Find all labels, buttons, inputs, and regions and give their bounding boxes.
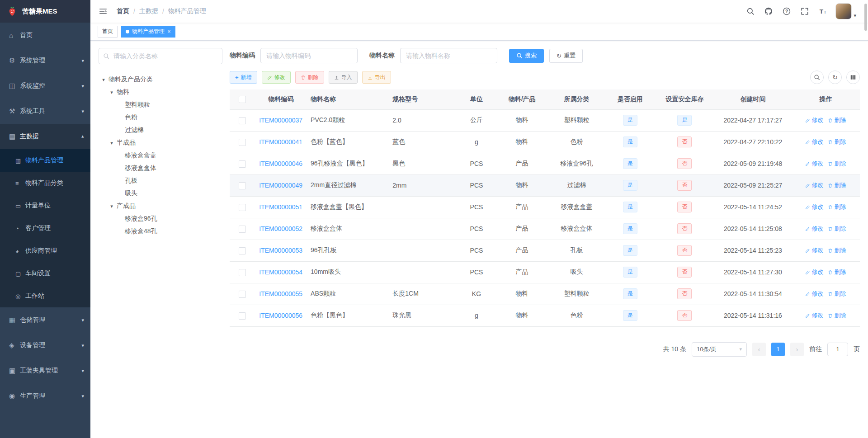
row-edit-link[interactable]: 修改 [805,225,823,233]
app-logo[interactable]: 苦糖果MES [0,0,90,23]
sidebar-subitem-4-4[interactable]: ◕供应商管理 [0,240,90,262]
row-delete-link[interactable]: 删除 [828,138,846,146]
github-icon[interactable] [763,6,774,17]
row-edit-link[interactable]: 修改 [805,203,823,211]
sidebar-subitem-4-2[interactable]: ▭计量单位 [0,194,90,217]
fullscreen-icon[interactable] [799,6,810,17]
row-delete-link[interactable]: 删除 [828,311,846,320]
tree-node[interactable]: ▾产成品 [99,200,222,212]
tree-node[interactable]: 色粉 [99,111,222,124]
row-checkbox[interactable] [239,182,246,189]
tree-node[interactable]: 孔板 [99,174,222,187]
tree-node[interactable]: 移液盒48孔 [99,225,222,238]
page-number-button[interactable]: 1 [771,343,785,356]
tab-home[interactable]: 首页 [98,26,118,38]
toggle-search-button[interactable] [810,71,824,84]
sidebar-item-5[interactable]: ▦仓储管理▾ [0,307,90,333]
row-delete-link[interactable]: 删除 [828,290,846,298]
edit-button[interactable]: 修改 [262,71,291,84]
sidebar-subitem-4-1[interactable]: ≡物料产品分类 [0,172,90,194]
breadcrumb-home[interactable]: 首页 [117,7,129,15]
refresh-table-button[interactable]: ↻ [828,71,842,84]
row-delete-link[interactable]: 删除 [828,181,846,189]
row-edit-link[interactable]: 修改 [805,311,823,320]
tab-material-product[interactable]: 物料产品管理 × [121,26,175,38]
user-menu[interactable]: ▾ [835,3,856,19]
sidebar-item-3[interactable]: ⚒系统工具▾ [0,99,90,124]
sidebar-subitem-4-0[interactable]: ▥物料产品管理 [0,149,90,172]
row-checkbox[interactable] [239,139,246,146]
hamburger-icon[interactable] [98,6,108,17]
tree-node[interactable]: ▾物料 [99,86,222,99]
close-tab-icon[interactable]: × [167,28,171,34]
column-settings-button[interactable] [846,71,860,84]
row-checkbox[interactable] [239,291,246,298]
page-size-select[interactable]: 10条/页 ▾ [692,342,747,357]
sidebar-item-6[interactable]: ◈设备管理▾ [0,333,90,358]
row-edit-link[interactable]: 修改 [805,181,823,189]
row-delete-link[interactable]: 删除 [828,160,846,168]
sidebar-item-4[interactable]: ▤主数据▾ [0,124,90,149]
row-delete-link[interactable]: 删除 [828,225,846,233]
tree-node[interactable]: 塑料颗粒 [99,99,222,111]
tree-node[interactable]: 移液盒盒体 [99,162,222,174]
row-checkbox[interactable] [239,269,246,276]
row-delete-link[interactable]: 删除 [828,268,846,276]
item-code-link[interactable]: ITEM00000046 [259,160,302,167]
user-avatar[interactable] [835,3,852,19]
tree-node[interactable]: ▾半成品 [99,137,222,149]
row-edit-link[interactable]: 修改 [805,290,823,298]
font-size-icon[interactable]: TT [817,6,828,17]
item-code-link[interactable]: ITEM00000053 [259,247,302,254]
name-filter-input[interactable] [400,48,497,63]
row-edit-link[interactable]: 修改 [805,116,823,124]
row-edit-link[interactable]: 修改 [805,160,823,168]
sidebar-item-8[interactable]: ◉生产管理▾ [0,383,90,409]
goto-page-input[interactable] [827,343,848,356]
row-edit-link[interactable]: 修改 [805,268,823,276]
row-checkbox[interactable] [239,247,246,254]
select-all-checkbox[interactable] [239,96,246,103]
sidebar-item-1[interactable]: ⚙系统管理▾ [0,48,90,73]
row-delete-link[interactable]: 删除 [828,246,846,254]
item-code-link[interactable]: ITEM00000054 [259,268,302,276]
import-button[interactable]: 导入 [329,71,358,84]
sidebar-item-0[interactable]: ⌂首页 [0,23,90,48]
prev-page-button[interactable]: ‹ [752,343,766,356]
sidebar-subitem-4-5[interactable]: ▢车间设置 [0,262,90,285]
row-edit-link[interactable]: 修改 [805,138,823,146]
item-code-link[interactable]: ITEM00000051 [259,203,302,211]
sidebar-item-2[interactable]: ◫系统监控▾ [0,73,90,99]
item-code-link[interactable]: ITEM00000037 [259,117,302,124]
item-code-link[interactable]: ITEM00000049 [259,182,302,189]
next-page-button[interactable]: › [790,343,804,356]
item-code-link[interactable]: ITEM00000052 [259,225,302,232]
category-search-input[interactable] [99,48,222,64]
export-button[interactable]: 导出 [362,71,391,84]
sidebar-subitem-4-3[interactable]: ◔客户管理 [0,217,90,240]
delete-button[interactable]: 删除 [295,71,324,84]
row-checkbox[interactable] [239,117,246,124]
row-checkbox[interactable] [239,204,246,211]
row-checkbox[interactable] [239,312,246,320]
row-edit-link[interactable]: 修改 [805,246,823,254]
code-filter-input[interactable] [260,48,358,63]
row-delete-link[interactable]: 删除 [828,203,846,211]
breadcrumb-masterdata[interactable]: 主数据 [139,7,158,15]
row-delete-link[interactable]: 删除 [828,116,846,124]
scrollbar-thumb[interactable] [864,4,867,31]
item-code-link[interactable]: ITEM00000041 [259,138,302,146]
sidebar-item-7[interactable]: ▣工装夹具管理▾ [0,358,90,383]
item-code-link[interactable]: ITEM00000055 [259,290,302,297]
tree-node[interactable]: 过滤棉 [99,124,222,137]
tree-node[interactable]: 移液盒盒盖 [99,149,222,162]
search-button[interactable]: 搜索 [509,49,544,63]
tree-node[interactable]: 移液盒96孔 [99,212,222,225]
tree-node[interactable]: 吸头 [99,187,222,200]
sidebar-subitem-4-6[interactable]: ◎工作站 [0,285,90,307]
help-icon[interactable]: ? [781,6,792,17]
search-icon[interactable] [745,6,756,17]
reset-button[interactable]: ↻ 重置 [549,49,583,63]
tree-node[interactable]: ▾物料及产品分类 [99,73,222,86]
item-code-link[interactable]: ITEM00000056 [259,312,302,319]
